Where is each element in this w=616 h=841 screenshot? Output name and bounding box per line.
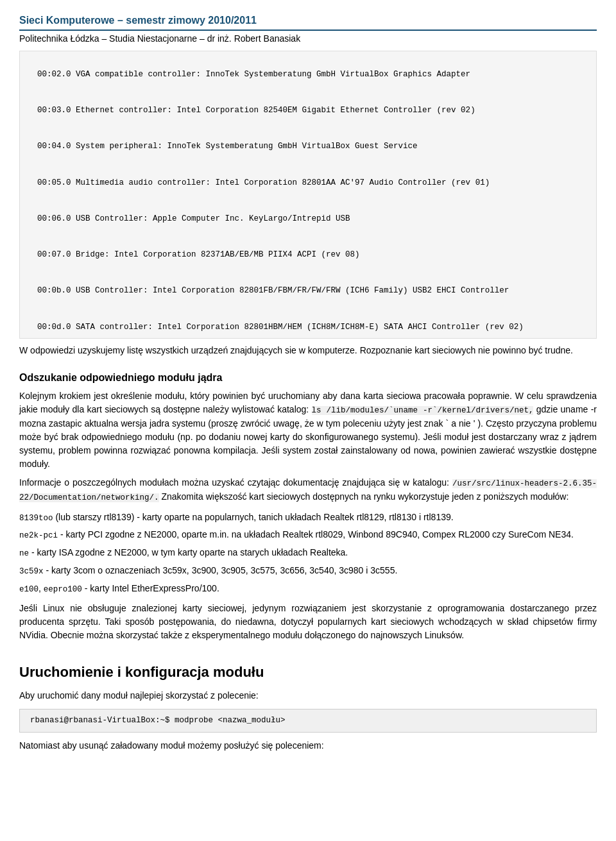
code-line-7: 00:0b.0 USB Controller: Intel Corporatio… xyxy=(37,286,509,295)
page-subtitle: Politechnika Łódzka – Studia Niestacjona… xyxy=(19,32,597,46)
module-code-4a: e100 xyxy=(19,585,38,594)
code-line-4: 00:05.0 Multimedia audio controller: Int… xyxy=(37,178,490,187)
code-line-8: 00:0d.0 SATA controller: Intel Corporati… xyxy=(37,323,524,332)
section1-heading: Odszukanie odpowiedniego modułu jądra xyxy=(19,370,597,386)
nvidia-paragraph: Jeśli Linux nie obsługuje znalezionej ka… xyxy=(19,602,597,642)
section2-para: Aby uruchomić dany moduł najlepiej skorz… xyxy=(19,689,597,702)
terminal-modprobe: rbanasi@rbanasi-VirtualBox:~$ modprobe <… xyxy=(19,709,597,733)
module-code-1: ne2k-pci xyxy=(19,531,58,540)
section1-para2-cont: Znakomita większość kart sieciowych dost… xyxy=(161,491,569,502)
module-code-4b: eepro100 xyxy=(44,585,82,594)
code-line-6: 00:07.0 Bridge: Intel Corporation 82371A… xyxy=(37,250,360,259)
page-header: Sieci Komputerowe – semestr zimowy 2010/… xyxy=(19,13,597,46)
paragraph-devices: W odpowiedzi uzyskujemy listę wszystkich… xyxy=(19,344,597,357)
device-list-code: 00:02.0 VGA compatible controller: InnoT… xyxy=(19,51,597,339)
module-text-2: - karty ISA zgodne z NE2000, w tym karty… xyxy=(31,547,348,557)
code-line-1: 00:02.0 VGA compatible controller: InnoT… xyxy=(37,70,470,79)
module-code-3: 3c59x xyxy=(19,567,44,576)
code-line-2: 00:03.0 Ethernet controller: Intel Corpo… xyxy=(37,106,475,115)
section2-heading: Uruchomienie i konfiguracja modułu xyxy=(19,661,597,683)
code-line-5: 00:06.0 USB Controller: Apple Computer I… xyxy=(37,214,350,223)
page-title: Sieci Komputerowe – semestr zimowy 2010/… xyxy=(19,13,597,31)
section1-para1: Kolejnym krokiem jest określenie modułu,… xyxy=(19,389,597,471)
module-item-4: e100, eepro100 - karty Intel EtherExpres… xyxy=(19,582,597,596)
modules-list: 8139too (lub starszy rtl8139) - karty op… xyxy=(19,511,597,596)
module-code-2: ne xyxy=(19,549,29,558)
module-item-2: ne - karty ISA zgodne z NE2000, w tym ka… xyxy=(19,546,597,560)
module-text-4: - karty Intel EtherExpressPro/100. xyxy=(85,583,219,593)
section1-para2-prefix: Informacje o poszczególnych modułach moż… xyxy=(19,477,449,488)
section1-code-inline1: ls /lib/modules/`uname -r`/kernel/driver… xyxy=(312,406,534,415)
module-item-0: 8139too (lub starszy rtl8139) - karty op… xyxy=(19,511,597,525)
module-code-0: 8139too xyxy=(19,514,53,523)
module-text-1: - karty PCI zgodne z NE2000, oparte m.in… xyxy=(60,529,574,539)
module-text-0: (lub starszy rtl8139) - karty oparte na … xyxy=(55,512,453,522)
code-line-3: 00:04.0 System peripheral: InnoTek Syste… xyxy=(37,142,418,151)
section1-para2: Informacje o poszczególnych modułach moż… xyxy=(19,476,597,504)
section2-para2: Natomiast aby usunąć załadowany moduł mo… xyxy=(19,739,597,752)
module-item-3: 3c59x - karty 3com o oznaczeniach 3c59x,… xyxy=(19,564,597,578)
module-item-1: ne2k-pci - karty PCI zgodne z NE2000, op… xyxy=(19,528,597,542)
module-text-3: - karty 3com o oznaczeniach 3c59x, 3c900… xyxy=(46,565,397,575)
